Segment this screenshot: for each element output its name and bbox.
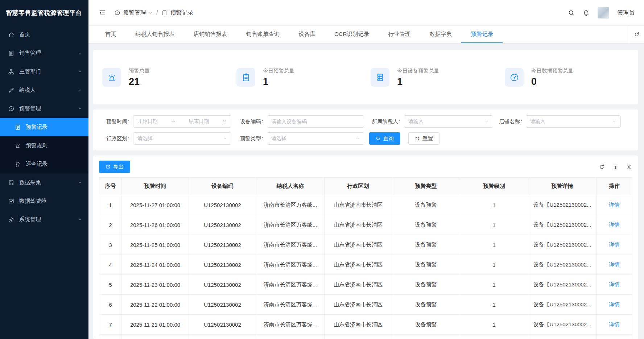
cockpit-icon bbox=[8, 198, 15, 204]
cell-no: 3 bbox=[99, 235, 122, 255]
column-header: 序号 bbox=[99, 178, 122, 195]
sidebar-item-data-collection[interactable]: 数据采集 bbox=[0, 173, 88, 192]
detail-link[interactable]: 详情 bbox=[609, 202, 620, 208]
cell-action: 详情 bbox=[596, 215, 632, 235]
start-date-placeholder: 开始日期 bbox=[137, 118, 158, 125]
cell-no: 5 bbox=[99, 275, 122, 295]
cell-device: U12502130002 bbox=[189, 295, 256, 315]
tab-data-dictionary[interactable]: 数据字典 bbox=[420, 26, 461, 43]
search-button[interactable]: 查询 bbox=[369, 132, 400, 145]
medal-icon bbox=[15, 161, 21, 168]
collect-icon bbox=[8, 179, 15, 186]
tab-store-sales-report[interactable]: 店铺销售报表 bbox=[184, 26, 237, 43]
cell-type: 设备预警 bbox=[392, 295, 460, 315]
stat-text: 今日数据预警总量0 bbox=[531, 67, 573, 87]
taxpayer-label: 所属纳税人 bbox=[369, 118, 404, 125]
stat-today-data-alert-total: 今日数据预警总量0 bbox=[505, 67, 639, 87]
gauge-icon bbox=[8, 106, 15, 112]
avatar[interactable] bbox=[598, 7, 609, 18]
taxpayer-select[interactable]: 请输入 bbox=[404, 115, 493, 128]
sidebar-item-label: 数据驾驶舱 bbox=[19, 198, 46, 204]
table-row: 62025-11-22 01:00:00U12502130002济南市长清区万客… bbox=[99, 295, 632, 315]
cell-action: 详情 bbox=[596, 315, 632, 335]
cell-type: 设备预警 bbox=[392, 195, 460, 215]
cell-device: U12502130002 bbox=[189, 195, 256, 215]
sidebar-item-label: 预警记录 bbox=[26, 124, 48, 131]
tab-industry-management[interactable]: 行业管理 bbox=[379, 26, 420, 43]
column-header: 预警详情 bbox=[528, 178, 596, 195]
export-icon bbox=[106, 164, 111, 169]
stat-icon-box bbox=[371, 68, 389, 87]
tab-sales-bill-query[interactable]: 销售账单查询 bbox=[237, 26, 289, 43]
detail-link[interactable]: 详情 bbox=[609, 301, 620, 307]
reset-button[interactable]: 重置 bbox=[408, 132, 439, 145]
tab-alert-records[interactable]: 预警记录 bbox=[461, 26, 503, 43]
stat-icon-box bbox=[236, 68, 255, 87]
device-code-label: 设备编码 bbox=[236, 118, 267, 125]
cell-level: 1 bbox=[460, 315, 528, 335]
column-height-icon[interactable] bbox=[612, 164, 619, 170]
sidebar-item-sales-management[interactable]: 销售管理 bbox=[0, 44, 88, 62]
alert-type-select[interactable]: 请选择 bbox=[267, 132, 364, 145]
bell-icon[interactable] bbox=[583, 9, 590, 16]
detail-link[interactable]: 详情 bbox=[609, 321, 620, 327]
detail-link[interactable]: 详情 bbox=[609, 222, 620, 228]
table-row: 12025-11-27 01:00:00U12502130002济南市长清区万客… bbox=[99, 195, 632, 215]
stat-text: 今日设备预警总量1 bbox=[397, 67, 439, 87]
search-icon[interactable] bbox=[568, 9, 575, 16]
sidebar-item-data-cockpit[interactable]: 数据驾驶舱 bbox=[0, 192, 88, 210]
sidebar-item-taxpayer[interactable]: 纳税人 bbox=[0, 81, 88, 99]
cell-device: U12502130002 bbox=[189, 255, 256, 275]
cell-device: U12502130002 bbox=[189, 335, 256, 339]
sidebar-item-system-management[interactable]: 系统管理 bbox=[0, 210, 88, 229]
cell-region: 山东省济南市长清区 bbox=[325, 335, 392, 339]
table-row: 82025-11-20 01:00:00U12502130002济南市长清区万客… bbox=[99, 335, 632, 339]
app-title: 智慧零售监管税源管理平台 bbox=[0, 0, 88, 25]
cell-device: U12502130002 bbox=[189, 215, 256, 235]
menu-fold-icon[interactable] bbox=[99, 9, 106, 17]
detail-link[interactable]: 详情 bbox=[609, 281, 620, 288]
table-row: 72025-11-21 01:00:00U12502130002济南市长清区万客… bbox=[99, 315, 632, 335]
sidebar-item-home[interactable]: 首页 bbox=[0, 25, 88, 44]
username[interactable]: 管理员 bbox=[617, 9, 635, 17]
tab-ocr-records[interactable]: OCR识别记录 bbox=[325, 26, 379, 43]
tab-taxpayer-sales-report[interactable]: 纳税人销售报表 bbox=[126, 26, 184, 43]
reset-button-label: 重置 bbox=[422, 135, 433, 142]
export-button[interactable]: 导出 bbox=[99, 161, 130, 173]
settings-icon[interactable] bbox=[626, 164, 632, 170]
cell-region: 山东省济南市长清区 bbox=[325, 275, 392, 295]
sidebar-item-alert-management[interactable]: 预警管理 bbox=[0, 99, 88, 118]
tab-home[interactable]: 首页 bbox=[96, 26, 126, 43]
region-select[interactable]: 请选择 bbox=[133, 132, 231, 145]
chevron-down-icon bbox=[149, 11, 153, 15]
column-header: 预警级别 bbox=[460, 178, 528, 195]
sidebar-item-supervising-dept[interactable]: 主管部门 bbox=[0, 62, 88, 81]
tab-device-library[interactable]: 设备库 bbox=[289, 26, 325, 43]
tab-refresh-button[interactable] bbox=[629, 26, 644, 43]
cell-type: 设备预警 bbox=[392, 275, 460, 295]
stat-today-device-alert-total: 今日设备预警总量1 bbox=[371, 67, 505, 87]
sidebar-item-alert-records[interactable]: 预警记录 bbox=[0, 118, 88, 136]
table-toolbar: 导出 bbox=[99, 161, 632, 173]
stat-today-alert-total: 今日预警总量1 bbox=[236, 67, 371, 87]
column-header: 预警类型 bbox=[392, 178, 460, 195]
sidebar-item-alert-rules[interactable]: 预警规则 bbox=[0, 136, 88, 155]
cell-taxpayer: 济南市长清区万客缘... bbox=[256, 195, 325, 215]
cell-device: U12502130002 bbox=[189, 275, 256, 295]
store-name-select[interactable]: 请输入 bbox=[526, 115, 621, 128]
alert-time-range-picker[interactable]: 开始日期 结束日期 bbox=[133, 115, 231, 128]
server-icon bbox=[375, 73, 385, 82]
chevron-down-icon bbox=[484, 119, 489, 124]
refresh-icon[interactable] bbox=[599, 164, 605, 170]
detail-link[interactable]: 详情 bbox=[609, 261, 620, 268]
device-code-input[interactable] bbox=[267, 115, 364, 128]
breadcrumb-parent[interactable]: 预警管理 bbox=[123, 9, 146, 17]
detail-link[interactable]: 详情 bbox=[609, 241, 620, 248]
cell-region: 山东省济南市长清区 bbox=[325, 315, 392, 335]
reset-icon bbox=[415, 136, 420, 141]
export-button-label: 导出 bbox=[113, 164, 124, 170]
cell-time: 2025-11-26 01:00:00 bbox=[122, 215, 189, 235]
sidebar-item-patrol-records[interactable]: 巡查记录 bbox=[0, 155, 88, 173]
calendar-icon bbox=[222, 119, 227, 124]
cell-region: 山东省济南市长清区 bbox=[325, 295, 392, 315]
